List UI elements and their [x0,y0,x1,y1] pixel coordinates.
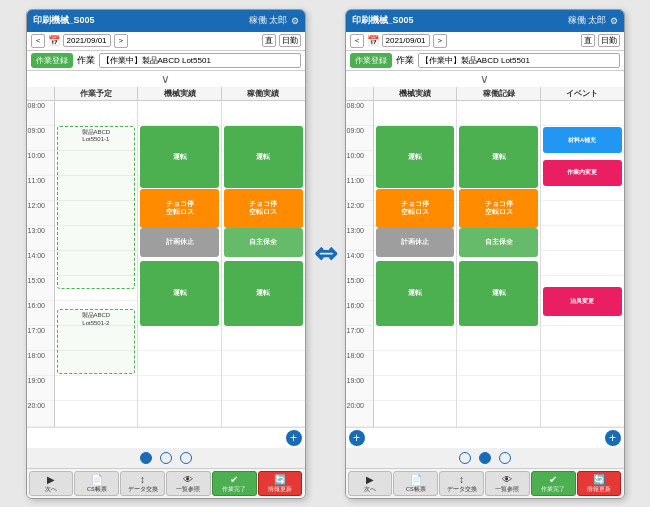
work-plan-block-top-1[interactable]: 製品ABCDLot5501-1 [57,126,136,289]
kiroku-block-3[interactable]: 自主保全 [459,228,538,257]
screen-2: 印刷機械_S005 稼働 太郎 ⚙ ＜ 📅 2021/09/01 ＞ 直 日勤 … [345,9,625,499]
col-kado-1: 運転 チョコ停空転ロス 自主保全 運転 [222,101,305,426]
calendar-icon-1[interactable]: 📅 [48,35,60,46]
kiroku-block-1[interactable]: 運転 [459,126,538,188]
dots-1 [27,448,305,468]
register-btn-2[interactable]: 作業登録 [350,53,392,68]
user-area-1: 稼働 太郎 ⚙ [249,14,299,27]
user-area-2: 稼働 太郎 ⚙ [568,14,618,27]
col-event-2: 材料A補充 作業内変更 治具変更 [541,101,624,426]
gear-icon-1[interactable]: ⚙ [291,16,299,26]
dot-2-2[interactable] [499,452,511,464]
refresh-icon-1: 🔄 [274,474,286,485]
toolbar-cs-1[interactable]: 📄 CS帳票 [74,471,119,496]
data-label-1: データ交換 [128,486,158,493]
dot-2-0[interactable] [459,452,471,464]
dot-1-2[interactable] [180,452,192,464]
header-2: 印刷機械_S005 稼働 太郎 ⚙ [346,10,624,32]
toolbar-refresh-1[interactable]: 🔄 情報更新 [258,471,303,496]
kikai-block-1-2[interactable]: チョコ停空転ロス [140,189,219,228]
toolbar-done-1[interactable]: ✔ 作業完了 [212,471,257,496]
kado-block-1-4[interactable]: 運転 [224,261,303,326]
event-block-2[interactable]: 作業内変更 [543,160,622,186]
kikai2-block-2[interactable]: チョコ停空転ロス [376,189,455,228]
direct-select-1[interactable]: 直 [262,34,276,47]
toolbar-list-2[interactable]: 👁 一覧参照 [485,471,530,496]
done-icon-1: ✔ [230,474,238,485]
time-col-1: 08:00 09:00 10:00 11:00 12:00 13:00 14:0… [27,101,55,426]
toolbar-refresh-2[interactable]: 🔄 情報更新 [577,471,622,496]
list-label-1: 一覧参照 [176,486,200,493]
kikai-block-1-4[interactable]: 運転 [140,261,219,326]
add-btn-2a[interactable]: + [349,430,365,446]
header-1: 印刷機械_S005 稼働 太郎 ⚙ [27,10,305,32]
user-name-2: 稼働 太郎 [568,14,607,27]
col-header-2-2: イベント [541,87,624,101]
screen-1: 印刷機械_S005 稼働 太郎 ⚙ ＜ 📅 2021/09/01 ＞ 直 日勤 … [26,9,306,499]
work-select-2[interactable]: 【作業中】製品ABCD Lot5501 [418,53,620,68]
date-field-2[interactable]: 2021/09/01 [382,34,430,47]
add-btn-row-2: + + [346,427,624,448]
kikai2-block-4[interactable]: 運転 [376,261,455,326]
add-btn-row-1: + [27,427,305,448]
done-icon-2: ✔ [549,474,557,485]
toolbar-2: ▶ 次へ 📄 CS帳票 ↕ データ交換 👁 一覧参照 ✔ 作業完了 🔄 情報更新 [346,468,624,498]
done-label-2: 作業完了 [541,486,565,493]
data-cols-2: 運転 チョコ停空転ロス 計画休止 運転 [374,101,624,426]
kiroku-block-4[interactable]: 運転 [459,261,538,326]
direct-select-2[interactable]: 直 [581,34,595,47]
toolbar-list-1[interactable]: 👁 一覧参照 [166,471,211,496]
refresh-icon-2: 🔄 [593,474,605,485]
gear-icon-2[interactable]: ⚙ [610,16,618,26]
list-icon-2: 👁 [502,474,512,485]
kikai-block-1-1[interactable]: 運転 [140,126,219,188]
work-label-1: 作業 [77,54,95,67]
dot-1-0[interactable] [140,452,152,464]
toolbar-data-2[interactable]: ↕ データ交換 [439,471,484,496]
user-name-1: 稼働 太郎 [249,14,288,27]
toolbar-done-2[interactable]: ✔ 作業完了 [531,471,576,496]
cs-label-2: CS帳票 [406,486,426,493]
grid-header-1: 作業予定 機械実績 稼働実績 [27,87,305,102]
toolbar-cs-2[interactable]: 📄 CS帳票 [393,471,438,496]
next-date-btn-1[interactable]: ＞ [114,34,128,48]
work-bar-2: 作業登録 作業 【作業中】製品ABCD Lot5501 [346,51,624,71]
work-select-1[interactable]: 【作業中】製品ABCD Lot5501 [99,53,301,68]
calendar-icon-2[interactable]: 📅 [367,35,379,46]
machine-title-2: 印刷機械_S005 [352,14,414,27]
date-field-1[interactable]: 2021/09/01 [63,34,111,47]
add-btn-2b[interactable]: + [605,430,621,446]
schedule-select-2[interactable]: 日勤 [598,34,620,47]
col-kikai-2: 運転 チョコ停空転ロス 計画休止 運転 [374,101,458,426]
dot-2-1[interactable] [479,452,491,464]
kikai2-block-1[interactable]: 運転 [376,126,455,188]
machine-title-1: 印刷機械_S005 [33,14,95,27]
col-sakuyo-1: 製品ABCDLot5501-1 製品ABCDLot5501-2 [55,101,139,426]
cs-label-1: CS帳票 [87,486,107,493]
date-bar-1: ＜ 📅 2021/09/01 ＞ 直 日勤 [27,32,305,51]
arrow-between: ⇔ [314,237,337,270]
kikai2-block-3[interactable]: 計画休止 [376,228,455,257]
prev-date-btn-1[interactable]: ＜ [31,34,45,48]
kiroku-block-2[interactable]: チョコ停空転ロス [459,189,538,228]
col-header-1-1: 機械実績 [138,87,222,101]
schedule-select-1[interactable]: 日勤 [279,34,301,47]
event-block-3[interactable]: 治具変更 [543,287,622,316]
kikai-block-1-3[interactable]: 計画休止 [140,228,219,257]
dots-2 [346,448,624,468]
kado-block-1-1[interactable]: 運転 [224,126,303,188]
next-date-btn-2[interactable]: ＞ [433,34,447,48]
work-plan-block-bottom-1[interactable]: 製品ABCDLot5501-2 [57,309,136,374]
register-btn-1[interactable]: 作業登録 [31,53,73,68]
prev-date-btn-2[interactable]: ＜ [350,34,364,48]
kado-block-1-3[interactable]: 自主保全 [224,228,303,257]
kado-block-1-2[interactable]: チョコ停空転ロス [224,189,303,228]
add-btn-1[interactable]: + [286,430,302,446]
dot-1-1[interactable] [160,452,172,464]
col-header-2-0: 機械実績 [374,87,458,101]
toolbar-next-2[interactable]: ▶ 次へ [348,471,393,496]
toolbar-next-1[interactable]: ▶ 次へ [29,471,74,496]
refresh-label-1: 情報更新 [268,486,292,493]
toolbar-data-1[interactable]: ↕ データ交換 [120,471,165,496]
event-block-1[interactable]: 材料A補充 [543,127,622,153]
